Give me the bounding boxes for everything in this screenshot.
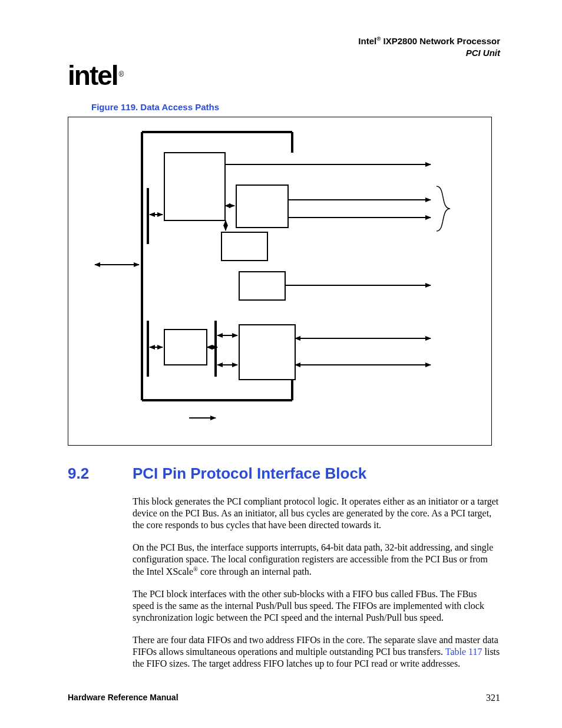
figure-diagram	[68, 117, 492, 446]
paragraph: On the PCI Bus, the interface supports i…	[133, 542, 500, 578]
svg-rect-9	[236, 185, 288, 228]
body-text: This block generates the PCI compliant p…	[133, 496, 500, 670]
svg-rect-10	[222, 232, 267, 261]
paragraph: The PCI block interfaces with the other …	[133, 588, 500, 624]
data-access-paths-diagram	[68, 117, 491, 445]
intel-logo: intel®	[68, 60, 500, 91]
svg-rect-12	[164, 330, 207, 365]
table-cross-reference[interactable]: Table 117	[445, 647, 482, 657]
page-footer: Hardware Reference Manual 321	[68, 693, 500, 703]
section-title: PCI Pin Protocol Interface Block	[133, 465, 366, 483]
logo-text: intel	[68, 60, 118, 91]
section-number: 9.2	[68, 465, 133, 483]
header-unit: PCI Unit	[466, 48, 500, 58]
svg-rect-11	[239, 272, 285, 300]
paragraph: This block generates the PCI compliant p…	[133, 496, 500, 531]
footer-page-number: 321	[486, 693, 500, 703]
registered-icon: ®	[193, 566, 198, 572]
page-header: Intel® IXP2800 Network Processor PCI Uni…	[68, 35, 500, 58]
svg-rect-13	[239, 325, 295, 380]
header-product-prefix: Intel	[358, 36, 376, 46]
figure-caption: Figure 119. Data Access Paths	[91, 102, 500, 112]
registered-icon: ®	[119, 70, 123, 78]
svg-rect-8	[164, 153, 225, 220]
paragraph: There are four data FIFOs and two addres…	[133, 634, 500, 670]
footer-manual-name: Hardware Reference Manual	[68, 693, 178, 703]
header-product: IXP2800 Network Processor	[381, 36, 500, 46]
section-heading: 9.2 PCI Pin Protocol Interface Block	[68, 465, 500, 483]
